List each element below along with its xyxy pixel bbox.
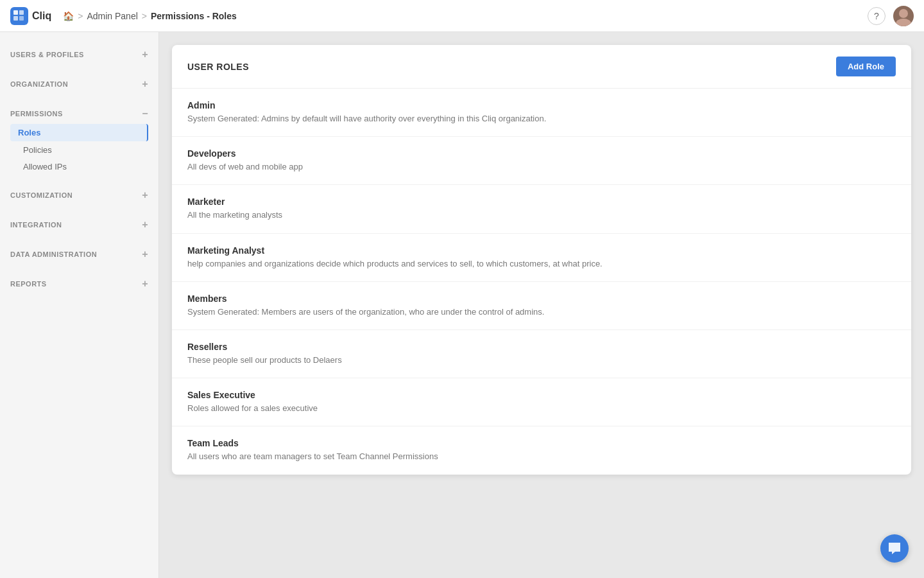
sidebar-section-reports: REPORTS +: [0, 269, 158, 299]
avatar[interactable]: [893, 6, 914, 26]
sidebar-section-users-profiles: USERS & PROFILES +: [0, 40, 158, 69]
home-icon[interactable]: 🏠: [63, 11, 74, 21]
role-name-members: Members: [187, 293, 896, 304]
sidebar-section-label-permissions: PERMISSIONS: [10, 110, 63, 118]
main-layout: USERS & PROFILES + ORGANIZATION + PERMIS…: [0, 32, 924, 578]
role-row-resellers[interactable]: ResellersThese people sell our products …: [172, 330, 911, 378]
sidebar-section-header-data-administration[interactable]: DATA ADMINISTRATION +: [10, 245, 148, 264]
content-area: USER ROLES Add Role AdminSystem Generate…: [159, 32, 924, 578]
roles-list: AdminSystem Generated: Admins by default…: [172, 89, 911, 475]
minus-icon-permissions: −: [142, 108, 148, 119]
role-name-sales-executive: Sales Executive: [187, 390, 896, 400]
role-row-members[interactable]: MembersSystem Generated: Members are use…: [172, 282, 911, 330]
role-description-resellers: These people sell our products to Delaer…: [187, 355, 896, 366]
plus-icon: +: [142, 49, 148, 60]
role-description-members: System Generated: Members are users of t…: [187, 306, 896, 318]
plus-icon-integration: +: [142, 219, 148, 231]
sidebar-section-label-organization: ORGANIZATION: [10, 80, 68, 88]
sidebar-section-data-administration: DATA ADMINISTRATION +: [0, 240, 158, 269]
sidebar: USERS & PROFILES + ORGANIZATION + PERMIS…: [0, 32, 159, 578]
role-description-team-leads: All users who are team managers to set T…: [187, 451, 896, 462]
plus-icon-org: +: [142, 78, 148, 90]
roles-panel-header: USER ROLES Add Role: [172, 45, 911, 89]
role-row-marketing-analyst[interactable]: Marketing Analysthelp companies and orga…: [172, 234, 911, 282]
sidebar-section-header-organization[interactable]: ORGANIZATION +: [10, 74, 148, 94]
role-description-marketing-analyst: help companies and organizations decide …: [187, 258, 896, 270]
breadcrumb-current: Permissions - Roles: [151, 11, 237, 21]
svg-rect-2: [13, 16, 18, 21]
role-name-team-leads: Team Leads: [187, 438, 896, 448]
role-description-admin: System Generated: Admins by default will…: [187, 113, 896, 125]
plus-icon-data-admin: +: [142, 249, 148, 260]
sidebar-section-label-reports: REPORTS: [10, 280, 47, 288]
svg-point-4: [899, 9, 908, 18]
role-row-marketer[interactable]: MarketerAll the marketing analysts: [172, 185, 911, 233]
logo[interactable]: Cliq: [10, 7, 51, 25]
role-row-admin[interactable]: AdminSystem Generated: Admins by default…: [172, 89, 911, 137]
sidebar-section-label-customization: CUSTOMIZATION: [10, 191, 73, 199]
sidebar-item-roles[interactable]: Roles: [10, 124, 148, 141]
breadcrumb-parent[interactable]: Admin Panel: [87, 11, 137, 21]
breadcrumb-sep: >: [78, 11, 83, 21]
logo-text: Cliq: [32, 10, 51, 22]
roles-panel-title: USER ROLES: [187, 62, 249, 72]
sidebar-item-allowed-ips[interactable]: Allowed IPs: [10, 159, 148, 175]
sidebar-section-header-permissions[interactable]: PERMISSIONS −: [10, 104, 148, 123]
sidebar-section-integration: INTEGRATION +: [0, 210, 158, 240]
role-name-marketer: Marketer: [187, 197, 896, 207]
role-row-developers[interactable]: DevelopersAll devs of web and mobile app: [172, 137, 911, 185]
sidebar-section-label-data-administration: DATA ADMINISTRATION: [10, 250, 97, 258]
sidebar-section-label-users-profiles: USERS & PROFILES: [10, 51, 84, 58]
role-name-resellers: Resellers: [187, 342, 896, 352]
plus-icon-reports: +: [142, 278, 148, 290]
roles-panel: USER ROLES Add Role AdminSystem Generate…: [172, 45, 911, 475]
role-name-admin: Admin: [187, 100, 896, 110]
sidebar-section-header-integration[interactable]: INTEGRATION +: [10, 215, 148, 234]
sidebar-section-header-users-profiles[interactable]: USERS & PROFILES +: [10, 45, 148, 64]
logo-icon: [10, 7, 28, 25]
role-description-developers: All devs of web and mobile app: [187, 161, 896, 173]
breadcrumb-sep2: >: [142, 11, 147, 21]
role-row-team-leads[interactable]: Team LeadsAll users who are team manager…: [172, 426, 911, 474]
chat-fab[interactable]: [880, 534, 909, 563]
svg-rect-3: [19, 16, 24, 21]
sidebar-item-policies[interactable]: Policies: [10, 142, 148, 158]
svg-rect-0: [13, 10, 18, 15]
add-role-button[interactable]: Add Role: [836, 57, 896, 76]
role-name-marketing-analyst: Marketing Analyst: [187, 245, 896, 256]
help-icon[interactable]: ?: [868, 7, 886, 25]
role-description-sales-executive: Roles allowed for a sales executive: [187, 403, 896, 414]
svg-rect-1: [19, 10, 24, 15]
role-row-sales-executive[interactable]: Sales ExecutiveRoles allowed for a sales…: [172, 378, 911, 426]
topbar: Cliq 🏠 > Admin Panel > Permissions - Rol…: [0, 0, 924, 32]
role-description-marketer: All the marketing analysts: [187, 209, 896, 221]
svg-point-5: [896, 19, 911, 26]
sidebar-section-customization: CUSTOMIZATION +: [0, 180, 158, 210]
sidebar-section-label-integration: INTEGRATION: [10, 221, 62, 229]
sidebar-section-header-reports[interactable]: REPORTS +: [10, 274, 148, 293]
breadcrumb: 🏠 > Admin Panel > Permissions - Roles: [63, 11, 237, 21]
plus-icon-customization: +: [142, 189, 148, 201]
role-name-developers: Developers: [187, 148, 896, 159]
sidebar-section-organization: ORGANIZATION +: [0, 69, 158, 99]
topbar-right: ?: [868, 6, 914, 26]
sidebar-section-permissions: PERMISSIONS − Roles Policies Allowed IPs: [0, 99, 158, 180]
sidebar-section-header-customization[interactable]: CUSTOMIZATION +: [10, 186, 148, 205]
